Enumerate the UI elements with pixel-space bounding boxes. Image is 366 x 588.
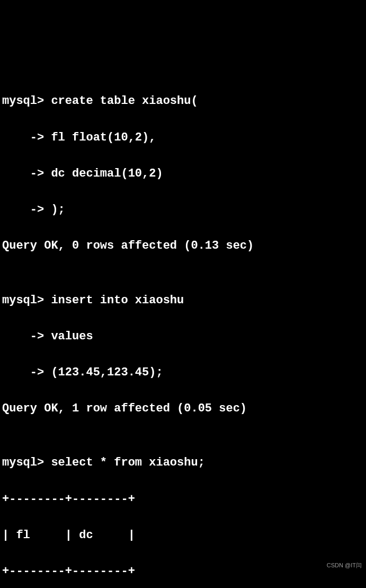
sql-line: mysql> select * from xiaoshu; bbox=[2, 454, 364, 472]
sql-line: mysql> insert into xiaoshu bbox=[2, 292, 364, 310]
result-line: Query OK, 1 row affected (0.05 sec) bbox=[2, 400, 364, 418]
table-border: +--------+--------+ bbox=[2, 490, 364, 508]
table-header: | fl | dc | bbox=[2, 526, 364, 545]
sql-line: -> values bbox=[2, 328, 364, 346]
result-line: Query OK, 0 rows affected (0.13 sec) bbox=[2, 237, 364, 255]
terminal-output: mysql> create table xiaoshu( -> fl float… bbox=[2, 74, 364, 588]
sql-line: -> dc decimal(10,2) bbox=[2, 165, 364, 183]
watermark-text: CSDN @IT闫 bbox=[327, 561, 362, 570]
sql-line: -> fl float(10,2), bbox=[2, 129, 364, 147]
table-border: +--------+--------+ bbox=[2, 563, 364, 581]
sql-line: mysql> create table xiaoshu( bbox=[2, 92, 364, 110]
sql-line: -> ); bbox=[2, 201, 364, 219]
sql-line: -> (123.45,123.45); bbox=[2, 364, 364, 382]
